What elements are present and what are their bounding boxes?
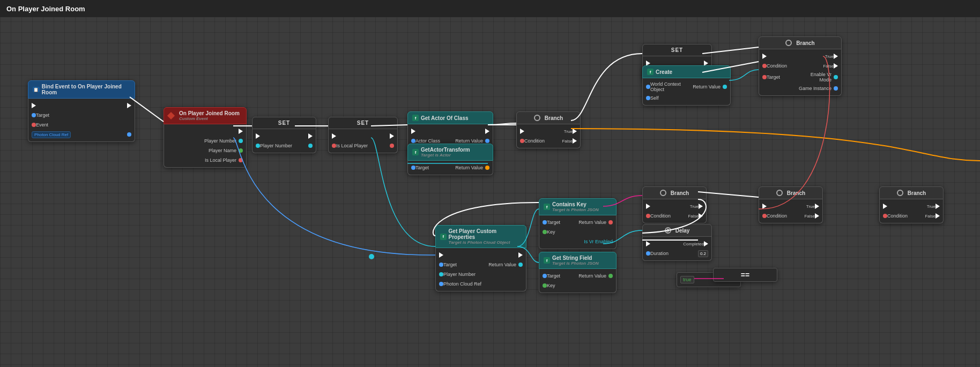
gsf-key-row: Key [539,281,616,290]
delay-exec-in[interactable] [646,241,650,246]
create-title: Create [656,69,672,75]
branch3-true-out[interactable] [699,204,703,209]
set2-exec-out[interactable] [390,133,394,139]
self-pin[interactable] [646,96,650,100]
branch5-icon [897,190,903,196]
branch5-true-out[interactable] [936,204,940,209]
gpc-return-pin[interactable] [518,263,523,267]
gt-return-pin[interactable] [485,166,489,170]
gsf-subtitle: Target is Photon JSON [552,261,599,266]
game-instance-pin[interactable] [834,86,838,91]
branch5-body: True Condition False [879,199,944,223]
get-player-custom-node: f Get Player Custom Properties Target is… [435,225,526,291]
branch4-true-out[interactable] [815,204,819,209]
branch5-exec-in[interactable] [883,204,887,209]
ck-key-row: Key [539,227,616,237]
exec-out-pin[interactable] [127,103,131,108]
get-string-field-node: f Get String Field Target is Photon JSON… [539,252,617,293]
create-icon: f [647,69,654,75]
delay-exec-row: Completed [643,239,711,249]
get-actor-header: f Get Actor Of Class [407,111,493,124]
branch1-exec-in[interactable] [520,129,524,134]
gpc-exec-out[interactable] [518,252,523,258]
svg-point-0 [369,254,374,259]
branch2-true-out[interactable] [834,54,838,59]
gsf-key-pin[interactable] [543,283,547,288]
branch5-false-out[interactable] [936,213,940,219]
branch1-condition-pin[interactable] [520,139,524,143]
gpc-photon-ref-pin[interactable] [439,282,443,286]
set2-exec-in[interactable] [332,133,336,139]
gsf-target-pin[interactable] [543,274,547,278]
branch3-false-out[interactable] [699,213,703,219]
gpc-subtitle: Target is Photon Cloud Object [449,240,522,245]
event-exec-out[interactable] [239,129,243,134]
on-player-joined-header: On Player Joined Room Custom Event [164,107,247,124]
branch1-false-row: Condition False [517,136,580,146]
set2-value-out[interactable] [390,144,394,148]
set2-value-in[interactable] [332,144,336,148]
true-value: true [680,276,694,283]
branch4-condition-pin[interactable] [762,214,767,218]
get-actor-exec-out[interactable] [485,129,489,134]
ck-key-pin[interactable] [543,230,547,234]
branch5-node: Branch True Condition False [879,186,944,223]
player-number-out-pin[interactable] [239,139,243,143]
delay-body: Completed Duration 0.2 [642,237,712,261]
ck-target-pin[interactable] [543,220,547,224]
branch5-condition-pin[interactable] [883,214,887,218]
branch1-header: Branch [516,111,581,124]
gsf-icon: f [544,257,550,264]
event-pin[interactable] [32,123,36,127]
delay-completed-out[interactable] [704,241,708,246]
branch3-title: Branch [671,190,689,196]
enable-vr-pin[interactable] [834,75,838,79]
create-return-pin[interactable] [723,85,727,89]
branch1-true-out[interactable] [573,129,577,134]
branch4-false-out[interactable] [815,213,819,219]
photon-ref-pin[interactable] [127,132,131,137]
branch2-false-out[interactable] [834,63,838,69]
delay-duration-pin[interactable] [646,251,650,256]
ck-title: Contains Key [552,201,599,207]
gpc-player-number-pin[interactable] [439,272,443,276]
world-context-pin[interactable] [646,85,650,89]
branch2-condition-pin[interactable] [762,64,767,68]
ck-icon: f [544,204,550,210]
gpc-target-pin[interactable] [439,263,443,267]
branch3-condition-pin[interactable] [646,214,650,218]
set1-exec-out[interactable] [308,133,313,139]
get-transform-title: GetActorTransform [421,147,470,153]
actor-class-pin[interactable] [411,139,415,143]
ck-return-pin[interactable] [608,220,613,224]
set1-value-out[interactable] [308,144,313,148]
game-instance-row: Game Instance [759,84,841,93]
branch2-icon [785,40,792,46]
get-actor-exec-in[interactable] [411,129,415,134]
title-bar: On Player Joined Room [0,0,980,17]
gsf-return-pin[interactable] [608,274,613,278]
set1-value-in[interactable] [256,144,260,148]
player-name-out-pin[interactable] [239,148,243,153]
branch3-exec-in[interactable] [646,204,650,209]
set1-exec-in[interactable] [256,133,260,139]
gt-target-pin[interactable] [411,166,415,170]
target-pin[interactable] [32,113,36,117]
set1-pin-row: Player Number [253,141,316,151]
return-value-pin[interactable] [485,139,489,143]
branch3-body: True Condition False [642,199,707,223]
branch2-target-pin[interactable] [762,75,767,79]
is-local-player-out-pin[interactable] [239,158,243,162]
blueprint-canvas[interactable]: On Player Joined Room [0,0,980,367]
contains-key-node: f Contains Key Target is Photon JSON Tar… [539,198,617,249]
gpc-exec-in[interactable] [439,252,443,258]
gpc-title: Get Player Custom Properties [449,228,522,240]
exec-in-pin[interactable] [32,103,36,108]
branch4-exec-in[interactable] [762,204,767,209]
delay-title: Delay [675,228,690,234]
branch1-false-out[interactable] [573,138,577,144]
is-vr-enabled-row: Is Vr Enabled [539,237,616,246]
branch2-title: Branch [796,40,814,46]
branch5-title: Branch [908,190,926,196]
branch2-exec-in[interactable] [762,54,767,59]
